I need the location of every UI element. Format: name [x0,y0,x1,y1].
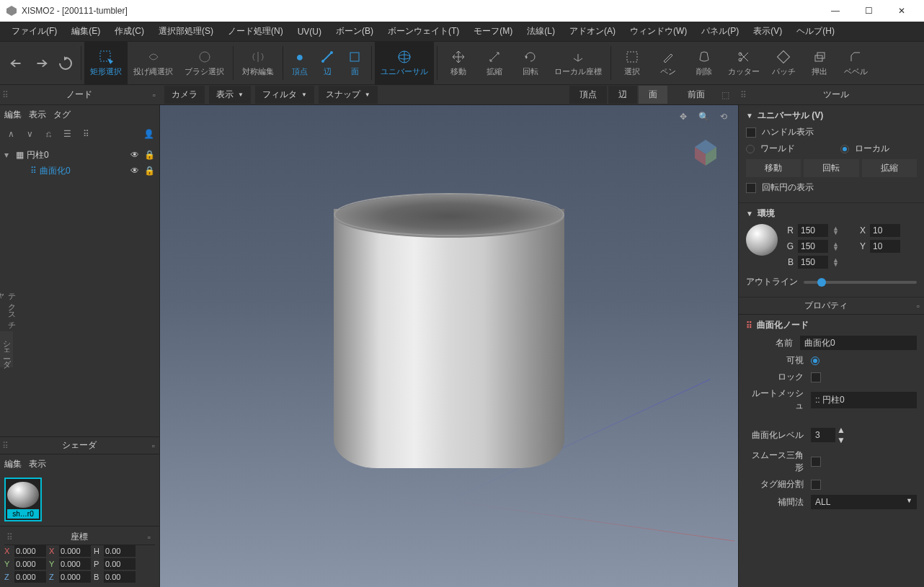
viewport-3d[interactable]: ✥ 🔍 ⟲ [160,105,738,587]
lasso-select-tool[interactable]: 投げ縄選択 [128,42,179,84]
filter-dropdown[interactable]: フィルタ▼ [255,86,314,104]
move-tool[interactable]: 移動 [440,42,476,84]
close-panel-icon[interactable]: ▫ [148,90,160,100]
menu-morph[interactable]: モーフ(M) [468,22,518,40]
visibility-icon[interactable]: 👁 [129,166,141,176]
menu-bone[interactable]: ボーン(B) [330,22,379,40]
seg-front[interactable]: 前面 [678,86,715,104]
rotate-tool[interactable]: 回転 [512,42,548,84]
move-button[interactable]: 移動 [746,159,801,177]
cube-icon[interactable]: ⬚ [716,90,734,100]
collapse-icon[interactable]: ▼ [746,210,753,218]
drag-handle-icon[interactable]: ⠿ [0,441,10,451]
scale-button[interactable]: 拡縮 [862,159,917,177]
pen-tool[interactable]: ペン [650,42,686,84]
minimize-button[interactable]: — [819,0,852,22]
subdiv-level-input[interactable] [811,428,835,442]
snap-dropdown[interactable]: スナップ▼ [319,86,378,104]
seg-face[interactable]: 面 [639,86,667,104]
spinner-icon[interactable]: ▲▼ [832,242,840,251]
drag-handle-icon[interactable]: ⠿ [738,90,748,100]
close-panel-icon[interactable]: ▫ [148,441,159,451]
lock-icon[interactable]: 🔒 [143,166,155,176]
menu-addon[interactable]: アドオン(A) [564,22,621,40]
down-icon[interactable]: ∨ [23,129,36,139]
close-panel-icon[interactable]: ▫ [912,301,924,311]
brush-select-tool[interactable]: ブラシ選択 [179,42,230,84]
rootmesh-select[interactable]: :: 円柱0 [811,392,917,408]
shader-thumbnail[interactable]: sh…r0 [4,478,42,521]
coord-x-input[interactable] [14,545,46,557]
spinner-icon[interactable]: ▲▼ [832,258,840,266]
scale-tool[interactable]: 拡縮 [476,42,512,84]
vertex-mode[interactable]: ●頂点 [286,42,314,84]
recycle-button[interactable] [53,42,78,84]
menu-panel[interactable]: パネル(P) [696,22,745,40]
node-display-tab[interactable]: 表示 [29,109,46,121]
spinner-icon[interactable]: ▲▼ [832,226,840,235]
maximize-button[interactable]: ☐ [852,0,885,22]
menu-selproc[interactable]: 選択部処理(S) [153,22,219,40]
menu-nodeproc[interactable]: ノード処理(N) [222,22,289,40]
vp-rotate-icon[interactable]: ⟲ [716,109,731,124]
list-icon[interactable]: ☰ [61,129,74,139]
collapse-icon[interactable]: ▼ [746,112,753,120]
node-tag-tab[interactable]: タグ [53,109,71,121]
orientation-gizmo-icon[interactable] [688,134,724,170]
display-dropdown[interactable]: 表示▼ [209,86,251,104]
name-input[interactable] [800,336,917,350]
redo-button[interactable] [29,42,53,84]
coord-p-input[interactable] [104,558,136,570]
lock-checkbox[interactable] [811,372,821,382]
tree-root-row[interactable]: ▾ ▦ 円柱0 👁 🔒 [4,147,155,163]
delete-tool[interactable]: 削除 [686,42,722,84]
branch-icon[interactable]: ⎌ [42,129,55,139]
tag-subdiv-checkbox[interactable] [811,480,821,490]
coord-x2-input[interactable] [59,545,91,557]
rect-select-tool[interactable]: 矩形選択 [84,42,128,84]
r-input[interactable] [798,224,828,237]
local-coord-tool[interactable]: ローカル座標 [548,42,608,84]
vp-zoom-icon[interactable]: 🔍 [696,109,711,124]
drag-handle-icon[interactable]: ⠿ [4,532,14,542]
seg-vertex[interactable]: 頂点 [569,86,607,104]
coord-y2-input[interactable] [59,558,91,570]
undo-button[interactable] [4,42,29,84]
texture-side-tab[interactable]: テクスチャ [0,288,13,331]
bevel-tool[interactable]: ベベル [838,42,874,84]
menu-display[interactable]: 表示(V) [747,22,788,40]
visibility-icon[interactable]: 👁 [129,150,141,160]
face-mode[interactable]: 面 [341,42,368,84]
outline-slider[interactable] [804,281,917,284]
extrude-tool[interactable]: 押出 [801,42,838,84]
tree-child-row[interactable]: ⠿ 曲面化0 👁 🔒 [4,163,155,179]
grid-icon[interactable]: ⠿ [79,129,92,139]
visible-radio[interactable] [811,357,819,365]
b-input[interactable] [798,256,828,269]
menu-uv[interactable]: UV(U) [292,24,327,40]
select-tool[interactable]: 選択 [614,42,650,84]
menu-boneweight[interactable]: ボーンウェイト(T) [382,22,465,40]
rotate-button[interactable]: 回転 [804,159,858,177]
y-input[interactable] [870,240,900,253]
close-panel-icon[interactable]: ▫ [143,532,155,542]
menu-create[interactable]: 作成(C) [109,22,150,40]
patch-tool[interactable]: パッチ [765,42,801,84]
world-radio[interactable] [746,145,755,153]
shader-side-tab[interactable]: シェーダ [0,331,13,367]
menu-normal[interactable]: 法線(L) [521,22,561,40]
menu-help[interactable]: ヘルプ(H) [791,22,840,40]
shader-display-tab[interactable]: 表示 [29,458,46,470]
local-radio[interactable] [840,145,849,153]
x-input[interactable] [870,224,900,237]
coord-y-input[interactable] [14,558,46,570]
symmetry-edit-tool[interactable]: 対称編集 [236,42,280,84]
spinner-icon[interactable]: ▲▼ [837,425,845,445]
coord-b-input[interactable] [104,571,136,583]
coord-h-input[interactable] [104,545,136,557]
menu-file[interactable]: ファイル(F) [6,22,63,40]
collapse-icon[interactable]: ▾ [4,150,13,160]
camera-dropdown[interactable]: カメラ [164,86,205,104]
drag-handle-icon[interactable]: ⠿ [0,90,10,100]
coord-z-input[interactable] [14,571,46,583]
